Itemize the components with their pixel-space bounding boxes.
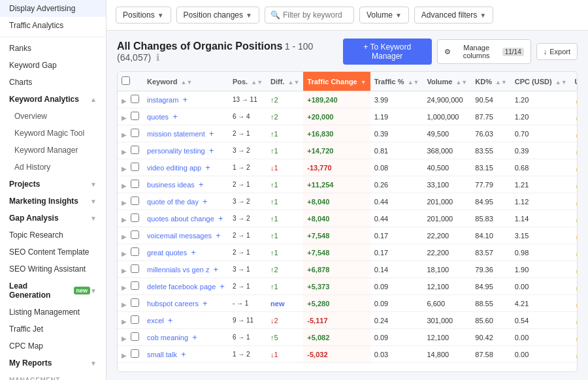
sidebar-item-keyword-gap[interactable]: Keyword Gap [0,57,106,74]
keyword-link[interactable]: great quotes [147,249,187,257]
sidebar-item-keyword-analytics[interactable]: Keyword Analytics ▲ [0,91,106,108]
row-expand[interactable]: ▶ [118,159,143,176]
add-keyword-icon[interactable]: + [181,349,186,359]
expand-icon[interactable]: ▶ [122,182,127,189]
sidebar-item-keyword-manager[interactable]: Keyword Manager [0,142,106,159]
row-checkbox[interactable] [131,129,139,137]
col-kd[interactable]: KD% ▲▼ [471,72,511,91]
row-checkbox[interactable] [131,95,139,103]
col-traffic-change[interactable]: Traffic Change ▼ [303,72,370,91]
row-checkbox[interactable] [131,332,139,341]
sidebar-item-topic-research[interactable]: Topic Research [0,227,106,244]
sidebar-item-lead-generation[interactable]: Lead Generation new ▼ [0,277,106,304]
add-keyword-icon[interactable]: + [203,298,208,308]
row-checkbox[interactable] [131,230,139,239]
col-keyword[interactable]: Keyword ▲▼ [143,72,229,91]
keyword-manager-button[interactable]: + To Keyword Manager [343,39,432,65]
keyword-link[interactable]: hubspot careers [147,300,199,308]
row-expand[interactable]: ▶ [118,176,143,193]
row-expand[interactable]: ▶ [118,227,143,244]
expand-icon[interactable]: ▶ [122,233,127,240]
add-keyword-icon[interactable]: + [192,332,197,342]
add-keyword-icon[interactable]: + [216,230,221,240]
row-checkbox[interactable] [131,298,139,307]
expand-icon[interactable]: ▶ [122,165,127,172]
col-pos[interactable]: Pos. ▲▼ [229,72,267,91]
expand-icon[interactable]: ▶ [122,318,127,325]
sidebar-item-ad-history[interactable]: Ad History [0,159,106,176]
keyword-link[interactable]: millennials vs gen z [147,266,209,274]
add-keyword-icon[interactable]: + [209,146,214,155]
sidebar-item-seo-content-template[interactable]: SEO Content Template [0,244,106,261]
position-changes-filter[interactable]: Position changes ▼ [176,7,259,24]
row-checkbox[interactable] [131,264,139,273]
sidebar-item-ranks[interactable]: Ranks [0,40,106,57]
add-keyword-icon[interactable]: + [191,247,196,257]
keyword-link[interactable]: voicemail messages [147,232,212,240]
add-keyword-icon[interactable]: + [172,112,178,121]
sidebar-item-overview[interactable]: Overview [0,108,106,125]
row-expand[interactable]: ▶ [118,142,143,159]
row-expand[interactable]: ▶ [118,346,143,363]
sidebar-item-marketing-insights[interactable]: Marketing Insights ▼ [0,193,106,210]
row-expand[interactable]: ▶ [118,210,143,227]
sidebar-item-gap-analysis[interactable]: Gap Analysis ▼ [0,210,106,227]
expand-icon[interactable]: ▶ [122,301,127,308]
row-checkbox[interactable] [131,163,139,171]
col-cpc[interactable]: CPC (USD) ▲▼ [511,72,571,91]
expand-icon[interactable]: ▶ [122,199,127,206]
expand-icon[interactable]: ▶ [122,352,127,359]
keyword-link[interactable]: personality testing [147,147,205,155]
row-checkbox[interactable] [131,146,139,154]
row-checkbox[interactable] [131,214,139,222]
row-checkbox[interactable] [131,112,139,120]
row-checkbox[interactable] [131,180,139,188]
keyword-link[interactable]: cob meaning [147,334,188,341]
sidebar-item-display-advertising[interactable]: Display Advertising [0,0,106,17]
row-expand[interactable]: ▶ [118,125,143,142]
expand-icon[interactable]: ▶ [122,267,127,274]
add-keyword-icon[interactable]: + [220,281,225,291]
sidebar-item-charts[interactable]: Charts [0,74,106,91]
keyword-link[interactable]: video editing app [147,164,201,172]
add-keyword-icon[interactable]: + [214,264,219,274]
add-keyword-icon[interactable]: + [209,129,214,138]
row-expand[interactable]: ▶ [118,261,143,278]
row-checkbox[interactable] [131,247,139,256]
expand-icon[interactable]: ▶ [122,335,127,342]
row-checkbox[interactable] [131,349,139,358]
row-checkbox[interactable] [131,315,139,324]
export-button[interactable]: ↓ Export [536,43,578,60]
keyword-search-filter[interactable]: 🔍 [265,7,354,24]
advanced-filters-button[interactable]: Advanced filters ▼ [414,7,493,24]
sidebar-item-cpc-map[interactable]: CPC Map [0,338,106,355]
select-all-checkbox[interactable] [122,76,130,85]
row-expand[interactable]: ▶ [118,108,143,125]
add-keyword-icon[interactable]: + [218,214,223,223]
volume-filter[interactable]: Volume ▼ [359,7,409,24]
expand-icon[interactable]: ▶ [122,114,127,121]
sidebar-item-seo-writing-assistant[interactable]: SEO Writing Assistant [0,261,106,277]
col-traffic-pct[interactable]: Traffic % ▲▼ [370,72,423,91]
sidebar-item-keyword-magic-tool[interactable]: Keyword Magic Tool [0,125,106,142]
keyword-link[interactable]: quote of the day [147,198,199,206]
expand-icon[interactable]: ▶ [122,284,127,291]
row-expand[interactable]: ▶ [118,329,143,346]
add-keyword-icon[interactable]: + [182,95,188,104]
keyword-link[interactable]: small talk [147,351,177,358]
col-select[interactable] [118,72,143,91]
keyword-link[interactable]: business ideas [147,181,195,189]
col-url[interactable]: URL ▲▼ [571,72,578,91]
keyword-link[interactable]: mission statement [147,130,205,138]
expand-icon[interactable]: ▶ [122,148,127,155]
keyword-link[interactable]: instagram [147,96,178,104]
sidebar-item-traffic-analytics[interactable]: Traffic Analytics [0,17,106,34]
add-keyword-icon[interactable]: + [203,197,208,206]
col-diff[interactable]: Diff. ▲▼ [267,72,303,91]
col-volume[interactable]: Volume ▲▼ [423,72,471,91]
row-expand[interactable]: ▶ [118,278,143,295]
manage-columns-button[interactable]: ⚙ Manage columns 11/14 [437,39,531,64]
sidebar-item-traffic-jet[interactable]: Traffic Jet [0,321,106,338]
row-checkbox[interactable] [131,197,139,205]
row-expand[interactable]: ▶ [118,244,143,261]
